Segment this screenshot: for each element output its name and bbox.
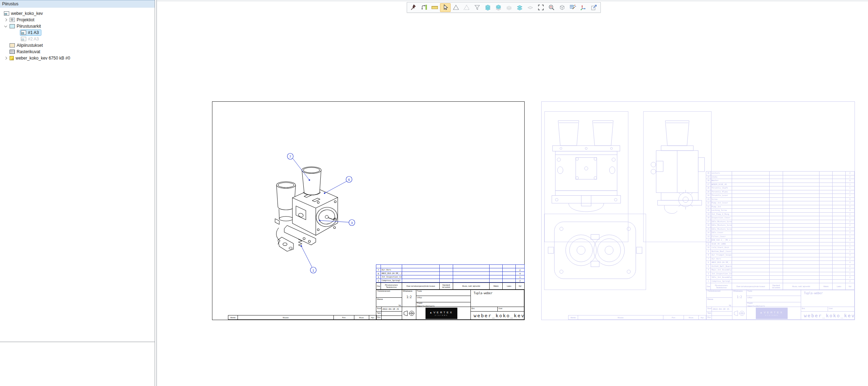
tree-item[interactable]: Alipiirustukset: [0, 42, 155, 49]
layers-off-icon: [506, 4, 513, 11]
balloon-1[interactable]: 1: [310, 267, 316, 273]
ghost-parts-list-row: 1Compress_Spring12: [706, 279, 855, 283]
tree-item[interactable]: weber_koko_kev 6750 kB #0: [0, 55, 155, 61]
ghost-parts-list-row: 21Pump_Jet2: [706, 205, 855, 209]
parts-list-row: 6ANSI_B18.24.5M_-_M5_x_4: [376, 272, 525, 275]
mass-label: Massa: [376, 298, 402, 300]
tree-item-icon: [4, 11, 9, 16]
tree-item-row[interactable]: #2 A3: [20, 36, 41, 42]
toolbar-button-measure-move[interactable]: [419, 3, 429, 12]
drawing-title: Tupla-weber: [471, 290, 524, 295]
toolbar-button-triangle[interactable]: [451, 3, 461, 12]
ghost-parts-list-row: 18Inspection_Cover1: [706, 216, 855, 220]
tree-item-label: Alipiirustukset: [17, 43, 43, 48]
toolbar-button-filter[interactable]: [472, 3, 482, 12]
expand-arrow[interactable]: [3, 57, 8, 59]
tree-item-row[interactable]: Piirustusarkit: [8, 23, 44, 29]
tolerances-label: Yleistoleranssit: [376, 290, 402, 292]
tree-item-icon: [10, 50, 15, 54]
export-arrow-icon: [590, 4, 598, 11]
toolbar-button-layers-off[interactable]: [504, 3, 514, 12]
toolbar-button-coordinate-axes[interactable]: [578, 3, 589, 12]
parts-list-row: [376, 265, 525, 268]
toolbar-button-layers-all-on[interactable]: [482, 3, 493, 12]
panel-splitter[interactable]: [0, 342, 155, 342]
tree-item[interactable]: Rasterikuvat: [0, 49, 155, 55]
tree-item-row[interactable]: weber_koko_kev 6750 kB #0: [8, 55, 73, 61]
tree-item[interactable]: #1 A3: [0, 29, 155, 36]
svg-text:7: 7: [289, 155, 291, 158]
tree-item-label: weber_koko_kev: [11, 11, 43, 16]
layer-single-icon: [527, 4, 534, 11]
project-name: Importvebitseri: [416, 304, 470, 307]
select-cursor-icon: [442, 4, 449, 11]
toolbar-button-layers-visible[interactable]: [514, 3, 525, 12]
tree-item-label: Rasterikuvat: [17, 49, 40, 54]
layers-visible-icon: [516, 4, 523, 11]
panel-title: Piirustus: [0, 0, 155, 8]
scale-value: 1:2: [402, 296, 416, 299]
tree-item-row[interactable]: #1 A3: [20, 29, 41, 36]
tree-item-row[interactable]: Rasterikuvat: [8, 49, 43, 55]
toolbar-button-layer-single[interactable]: [525, 3, 536, 12]
ghost-parts-list-row: 3Jet_Inspection_Cover1: [706, 272, 855, 276]
ghost-parts-list-row: 7Air_Horn2: [706, 257, 855, 261]
ghost-parts-list-row: 14Idle_Cover2: [706, 231, 855, 235]
expand-arrow[interactable]: [3, 19, 8, 21]
balloon-7[interactable]: 7: [287, 153, 293, 160]
tree-item[interactable]: weber_koko_kev: [0, 10, 155, 17]
canvas-top-border: [157, 1, 868, 1]
selection-frame-icon: [537, 4, 544, 11]
drawing-sheet-1[interactable]: 7 6 3 1 7Air_Horn26ANSI_B18.24.5M_-_M5_x…: [212, 101, 525, 320]
toolbar-button-pin[interactable]: [408, 3, 419, 12]
ghost-parts-list-row: 17Idle_Mixture_Screw_O_Ring2: [706, 220, 855, 224]
balloon-3[interactable]: 3: [349, 220, 355, 226]
tree-item-icon: [10, 18, 15, 22]
toolbar-button-report-table[interactable]: [567, 3, 578, 12]
carburetor-assembly-drawing[interactable]: 7 6 3 1: [262, 146, 369, 280]
balloon-6[interactable]: 6: [346, 177, 352, 183]
toolbar-button-ruler[interactable]: [429, 3, 440, 12]
drawing-tree-panel: Piirustus weber_koko_kev Projektiot: [0, 0, 155, 386]
ghost-parts-list: 30venturi229choke228Washer927WEBER_DCOE_…: [706, 171, 855, 283]
panel-border: [156, 0, 157, 386]
drawing-tree: weber_koko_kev Projektiot Piirustusarkit: [0, 8, 155, 61]
toolbar-button-solid-view[interactable]: [557, 3, 567, 12]
tree-item-row[interactable]: Projektiot: [8, 17, 37, 23]
ghost-bottom-view: [544, 214, 646, 290]
toolbar-button-layers-mixed[interactable]: [493, 3, 504, 12]
title-block[interactable]: 7Air_Horn26ANSI_B18.24.5M_-_M5_x_43Jet_I…: [376, 264, 524, 320]
ghost-revision-strip: Merkki Muutos Pvm Muutt. Hyv.: [568, 315, 706, 320]
axes-icon: [580, 4, 587, 11]
ghost-projection-symbol: [733, 310, 746, 317]
tree-item-icon: [10, 56, 14, 60]
ghost-parts-list-row: 11DCOE_45_CARB1: [706, 242, 855, 246]
zoom-in-icon: [548, 4, 555, 11]
ghost-parts-list-row: 10Cold_Start_Unit1: [706, 246, 855, 250]
tree-item[interactable]: #2 A3: [0, 36, 155, 42]
ghost-parts-list-row: 26Throttle_Shaft1: [706, 186, 855, 190]
toolbar-button-select-cursor[interactable]: [440, 3, 451, 12]
ghost-side-view: [643, 111, 712, 242]
table-wand-icon: [569, 4, 576, 11]
pin-icon: [410, 4, 417, 11]
floating-toolbar: [407, 2, 601, 13]
expand-arrow[interactable]: [3, 26, 8, 27]
tree-item[interactable]: Piirustusarkit: [0, 23, 155, 29]
ghost-parts-list-row: 24Throttle_Lever1: [706, 194, 855, 198]
vertex-logo-triangle: ▲: [430, 311, 432, 314]
ghost-parts-list-row: 28Washer9: [706, 179, 855, 183]
toolbar-button-zoom-area[interactable]: [546, 3, 557, 12]
toolbar-button-selection-frame[interactable]: [536, 3, 546, 12]
tree-item-row[interactable]: Alipiirustukset: [8, 42, 45, 49]
drawing-sheet-2-preview[interactable]: 30venturi229choke228Washer927WEBER_DCOE_…: [541, 101, 855, 320]
toolbar-button-export-view[interactable]: [589, 3, 599, 12]
tree-item-row[interactable]: weber_koko_kev: [3, 10, 45, 17]
tree-item[interactable]: Projektiot: [0, 17, 155, 23]
toolbar-button-triangle-hidden[interactable]: [461, 3, 472, 12]
air-horn-right: [302, 167, 321, 195]
triangle-icon: [452, 4, 459, 11]
parts-list: 7Air_Horn26ANSI_B18.24.5M_-_M5_x_43Jet_I…: [376, 264, 525, 282]
measure-move-icon: [421, 4, 428, 11]
ghost-parts-list-row: 20Locking_Screw4: [706, 209, 855, 213]
